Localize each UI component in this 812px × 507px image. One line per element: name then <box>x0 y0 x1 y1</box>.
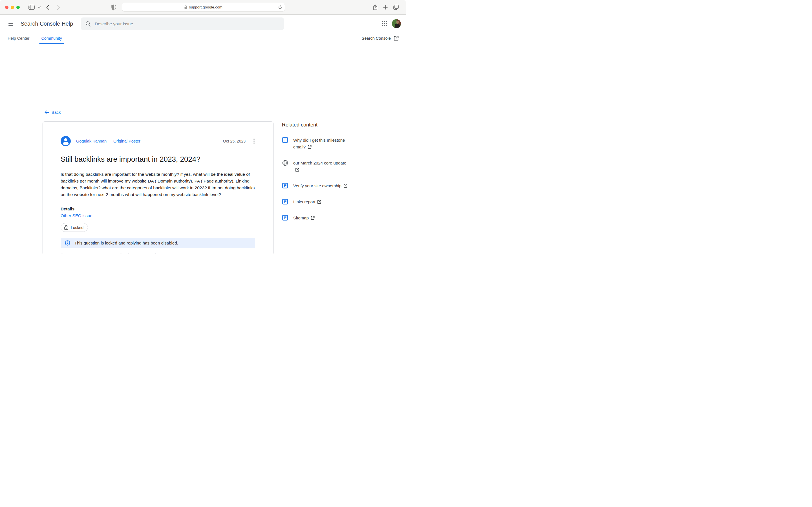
refresh-icon[interactable] <box>278 5 282 9</box>
back-arrow-icon <box>45 110 49 114</box>
sidebar-toggle-icon[interactable] <box>27 0 36 15</box>
details-label: Details <box>61 207 255 211</box>
info-icon <box>65 240 70 245</box>
locked-info-banner: This question is locked and replying has… <box>61 238 255 248</box>
back-button[interactable]: Back <box>45 110 61 115</box>
new-tab-icon[interactable] <box>382 0 389 15</box>
article-icon <box>282 137 288 143</box>
post-date: Oct 25, 2023 <box>223 139 246 144</box>
details-category-link[interactable]: Other SEO issue <box>61 213 93 218</box>
browser-chrome: support.google.com <box>0 0 406 15</box>
url-text: support.google.com <box>189 5 222 9</box>
search-input[interactable] <box>95 21 264 26</box>
related-item-verify-ownership[interactable]: Verify your site ownership <box>282 182 375 190</box>
external-link-icon <box>311 215 315 222</box>
author-name-link[interactable]: Gogulak Kannan <box>76 139 107 144</box>
post-header: Gogulak Kannan Original Poster Oct 25, 2… <box>61 136 255 146</box>
related-content-panel: Related content Why did I get this miles… <box>282 122 375 231</box>
question-card: Gogulak Kannan Original Poster Oct 25, 2… <box>43 121 273 253</box>
question-body: Is that doing backlinks are important fo… <box>61 171 255 198</box>
zoom-window-button[interactable] <box>16 6 20 9</box>
search-console-link[interactable]: Search Console <box>362 36 399 41</box>
search-icon <box>86 21 91 26</box>
question-title: Still backlinks are important in 2023, 2… <box>61 155 255 164</box>
related-item-core-update[interactable]: our March 2024 core update <box>282 160 375 174</box>
help-tab-bar: Help Center Community Search Console <box>0 33 406 44</box>
address-bar[interactable]: support.google.com <box>122 3 285 11</box>
account-avatar[interactable] <box>392 19 401 28</box>
article-icon <box>282 199 288 205</box>
locked-chip: Locked <box>61 223 88 232</box>
tab-help-center[interactable]: Help Center <box>8 33 29 44</box>
external-link-icon <box>308 144 312 151</box>
globe-icon <box>282 160 288 166</box>
author-avatar-icon[interactable] <box>61 136 71 146</box>
article-icon <box>282 215 288 221</box>
tab-overview-icon[interactable] <box>392 0 400 15</box>
help-search-box[interactable] <box>81 17 284 30</box>
external-link-icon <box>295 167 299 174</box>
chevron-down-icon[interactable] <box>37 0 42 15</box>
related-item-milestone-email[interactable]: Why did I get this milestone email? <box>282 137 375 151</box>
related-item-sitemap[interactable]: Sitemap <box>282 215 375 222</box>
window-controls[interactable] <box>5 6 20 9</box>
article-icon <box>282 182 288 189</box>
help-header: Search Console Help <box>0 15 406 33</box>
related-content-title: Related content <box>282 122 375 128</box>
active-tab-indicator <box>39 43 64 44</box>
banner-text: This question is locked and replying has… <box>74 240 178 245</box>
padlock-icon <box>64 225 68 230</box>
privacy-shield-icon[interactable] <box>110 0 117 15</box>
product-title: Search Console Help <box>20 20 73 27</box>
close-window-button[interactable] <box>5 6 8 9</box>
locked-label: Locked <box>71 225 84 230</box>
tab-community[interactable]: Community <box>41 33 62 44</box>
google-apps-icon[interactable] <box>382 21 388 26</box>
share-icon[interactable] <box>371 0 379 15</box>
external-link-icon <box>343 183 347 190</box>
external-link-icon <box>394 36 399 41</box>
post-options-icon[interactable] <box>253 138 255 144</box>
back-nav-icon[interactable] <box>44 0 51 15</box>
subscribe-button[interactable]: Subscribe <box>127 253 156 253</box>
original-poster-badge: Original Poster <box>113 139 140 144</box>
main-menu-icon[interactable] <box>7 20 14 27</box>
minimize-window-button[interactable] <box>11 6 14 9</box>
related-item-links-report[interactable]: Links report <box>282 199 375 206</box>
forward-nav-icon <box>55 0 62 15</box>
external-link-icon <box>317 199 321 206</box>
action-buttons: I have the same question (5) Subscribe <box>61 253 255 253</box>
lock-icon <box>185 5 187 9</box>
same-question-button[interactable]: I have the same question (5) <box>61 253 122 253</box>
page-content: Back Gogulak Kannan Original Poster Oct … <box>0 44 406 253</box>
